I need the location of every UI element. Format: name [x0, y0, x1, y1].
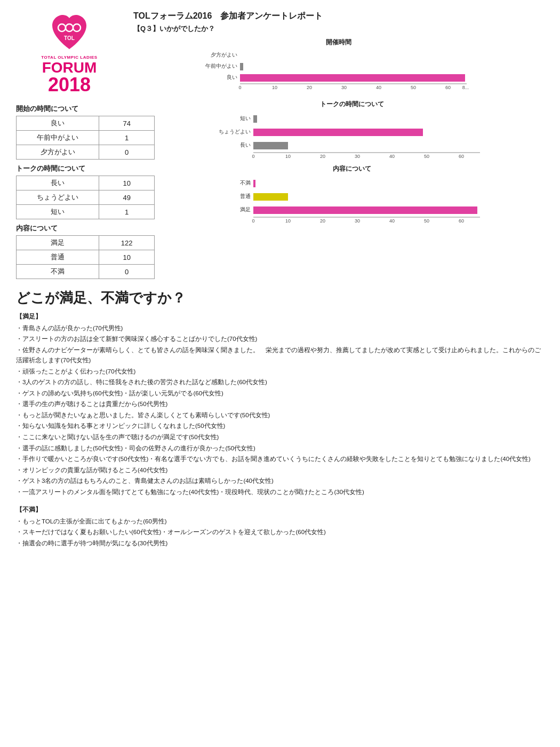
svg-text:50: 50	[424, 218, 429, 224]
satisfaction-title: どこが満足、不満ですか？	[16, 289, 544, 307]
comment-item: ・もっとTOLの主張が全面に出てもよかった(60男性)	[16, 516, 544, 527]
table-row: 夕方がよい 0	[17, 145, 155, 160]
svg-rect-32	[253, 142, 288, 149]
svg-text:10: 10	[285, 154, 291, 159]
table-row: 午前中がよい 1	[17, 131, 155, 145]
header-area: TOL TOTAL OLYMPIC LADIES FORUM 2018 TOLフ…	[16, 11, 544, 94]
svg-rect-46	[253, 206, 477, 214]
brand-year-text: 2018	[41, 75, 97, 94]
svg-rect-30	[253, 129, 423, 136]
comment-item: ・スキーだけではなく夏もお願いしたい(60代女性)・オールシーズンのゲストを迎え…	[16, 527, 544, 538]
svg-text:良い: 良い	[227, 74, 237, 80]
cell-name: 満足	[17, 236, 99, 250]
cell-name: 長い	[17, 176, 99, 190]
tol-logo-icon: TOL	[48, 11, 91, 53]
chart-talk-svg: 0 10 20 30 40 50 60 短い ちょうどよい 長い	[160, 111, 544, 162]
cell-value: 74	[99, 116, 155, 131]
svg-text:不満: 不満	[240, 180, 251, 186]
brand-forum-text: FORUM	[41, 60, 97, 75]
svg-text:0: 0	[238, 85, 241, 90]
svg-text:40: 40	[389, 218, 395, 224]
svg-text:20: 20	[320, 218, 325, 224]
chart-talk-title: トークの時間について	[160, 100, 544, 109]
fuman-category-label: 【不満】	[16, 505, 544, 515]
svg-text:60: 60	[445, 85, 451, 90]
table-row: ちょうどよい 49	[17, 190, 155, 205]
cell-name: ちょうどよい	[17, 190, 99, 205]
comment-item: ・ゲストの諦めない気持ち(60代女性)・話が楽しい元気がでる(60代女性)	[16, 388, 544, 399]
svg-text:午前中がよい: 午前中がよい	[205, 63, 237, 69]
comment-item: ・ここに来ないと聞けない話を生の声で聴けるのが満足です(50代女性)	[16, 432, 544, 443]
cell-value: 0	[99, 265, 155, 279]
svg-rect-18	[240, 74, 465, 82]
manzoku-category-label: 【満足】	[16, 312, 544, 322]
table-row: 満足 122	[17, 236, 155, 250]
comments-section: 【満足】 ・青島さんの話が良かった(70代男性)・アスリートの方のお話は全て新鮮…	[16, 312, 544, 549]
comment-item: ・一流アスリートのメンタル面を聞けてとても勉強になった(40代女性)・現役時代、…	[16, 487, 544, 498]
table-row: 良い 74	[17, 116, 155, 131]
cell-name: 普通	[17, 250, 99, 265]
cell-name: 短い	[17, 205, 99, 219]
svg-text:短い: 短い	[240, 115, 251, 121]
chart-jikan-svg: 0 10 20 30 40 50 60 8... 夕方がよい 午前中がよい 良い	[133, 49, 544, 92]
cell-value: 49	[99, 190, 155, 205]
question-title: 【Q３】いかがでしたか？	[133, 24, 544, 34]
comment-item: ・佐野さんのナビゲーターが素晴らしく、とても皆さんの話を興味深く聞きました。 栄…	[16, 345, 544, 366]
svg-rect-16	[240, 63, 243, 70]
svg-text:20: 20	[307, 85, 312, 90]
cell-value: 122	[99, 236, 155, 250]
chart-jikan-title: 開催時間	[133, 38, 544, 47]
header-right: TOLフォーラム2016 参加者アンケートレポート 【Q３】いかがでしたか？ 開…	[123, 11, 544, 94]
cell-value: 10	[99, 250, 155, 265]
svg-text:40: 40	[389, 154, 395, 159]
svg-text:ちょうどよい: ちょうどよい	[219, 129, 251, 134]
cell-name: 夕方がよい	[17, 145, 99, 160]
main-content: 開始の時間について 良い 74 午前中がよい 1 夕方がよい 0	[16, 100, 544, 282]
svg-text:TOL: TOL	[64, 35, 75, 41]
comment-item: ・抽選会の時に選手が待つ時間が気になる(30代男性)	[16, 538, 544, 549]
naiyou-label: 内容について	[16, 224, 155, 233]
jikan-label: 開始の時間について	[16, 104, 155, 114]
comment-item: ・アスリートの方のお話は全て新鮮で興味深く感心することばかりでした(70代女性)	[16, 334, 544, 345]
fuman-items: ・もっとTOLの主張が全面に出てもよかった(60男性)・スキーだけではなく夏もお…	[16, 516, 544, 549]
chart-jikan: 開催時間 0 10 20 30 40 50 60 8... 夕方がよい	[133, 38, 544, 93]
talk-label: トークの時間について	[16, 164, 155, 173]
svg-text:60: 60	[459, 218, 464, 224]
table-row: 短い 1	[17, 205, 155, 219]
svg-text:0: 0	[252, 154, 254, 159]
svg-text:30: 30	[355, 154, 360, 159]
comment-item: ・オリンピックの貴重な話が聞けるところ(40代女性)	[16, 465, 544, 476]
cell-name: 不満	[17, 265, 99, 279]
naiyou-table: 満足 122 普通 10 不満 0	[16, 235, 155, 279]
svg-text:夕方がよい: 夕方がよい	[211, 52, 237, 58]
svg-text:50: 50	[424, 154, 429, 159]
svg-text:長い: 長い	[240, 142, 251, 148]
logo-area: TOL TOTAL OLYMPIC LADIES FORUM 2018	[16, 11, 123, 94]
right-panel: トークの時間について 0 10 20 30 40 50 60 短い ちょうどよい	[160, 100, 544, 282]
svg-text:満足: 満足	[240, 206, 251, 212]
cell-value: 1	[99, 205, 155, 219]
table-row: 長い 10	[17, 176, 155, 190]
comment-item: ・もっと話が聞きたいなぁと思いました。皆さん楽しくとても素晴らしいです(50代女…	[16, 410, 544, 421]
table-row: 不満 0	[17, 265, 155, 279]
svg-rect-42	[253, 180, 255, 187]
left-panel: 開始の時間について 良い 74 午前中がよい 1 夕方がよい 0	[16, 100, 155, 282]
comment-item: ・選手の生の声が聴けることは貴重だから(50代男性)	[16, 399, 544, 410]
comment-item: ・青島さんの話が良かった(70代男性)	[16, 323, 544, 334]
comment-item: ・知らない知識を知れる事とオリンピックに詳しくなれました(50代女性)	[16, 421, 544, 432]
svg-text:普通: 普通	[240, 193, 251, 199]
svg-text:50: 50	[411, 85, 416, 90]
svg-text:8...: 8...	[462, 85, 469, 90]
comment-item: ・選手の話に感動しました(50代女性)・司会の佐野さんの進行が良かった(50代女…	[16, 443, 544, 454]
chart-naiyou-svg: 0 10 20 30 40 50 60 不満 普通 満足	[160, 176, 544, 226]
svg-text:60: 60	[459, 154, 464, 159]
svg-text:10: 10	[285, 218, 291, 224]
svg-text:20: 20	[320, 154, 325, 159]
cell-value: 10	[99, 176, 155, 190]
svg-text:30: 30	[355, 218, 360, 224]
svg-rect-28	[253, 115, 257, 123]
talk-table: 長い 10 ちょうどよい 49 短い 1	[16, 176, 155, 219]
comment-item: ・手作りで暖かいところが良いです(50代女性)・有名な選手でない方でも、お話を聞…	[16, 454, 544, 465]
chart-naiyou-title: 内容について	[160, 164, 544, 173]
jikan-table: 良い 74 午前中がよい 1 夕方がよい 0	[16, 116, 155, 160]
